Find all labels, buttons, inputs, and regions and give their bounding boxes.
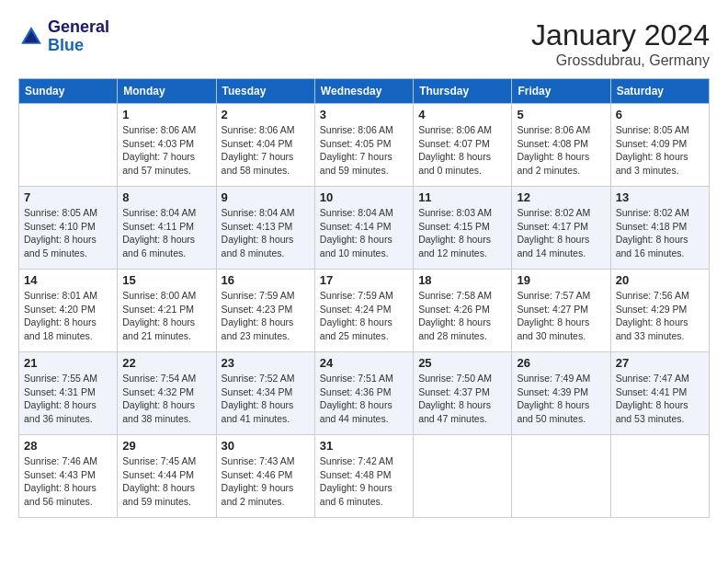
calendar-cell	[610, 435, 709, 518]
day-number: 1	[122, 108, 210, 121]
logo-general: General	[48, 18, 109, 37]
calendar-cell: 7Sunrise: 8:05 AMSunset: 4:10 PMDaylight…	[19, 187, 118, 270]
day-info: Sunrise: 7:55 AMSunset: 4:31 PMDaylight:…	[24, 372, 112, 426]
day-info: Sunrise: 7:51 AMSunset: 4:36 PMDaylight:…	[320, 372, 408, 426]
calendar-cell: 17Sunrise: 7:59 AMSunset: 4:24 PMDayligh…	[314, 270, 413, 352]
month-title: January 2024	[531, 18, 710, 52]
logo-blue: Blue	[48, 36, 84, 54]
calendar-cell: 13Sunrise: 8:02 AMSunset: 4:18 PMDayligh…	[610, 187, 709, 270]
day-number: 29	[122, 439, 210, 453]
header-cell-friday: Friday	[512, 79, 610, 104]
title-block: January 2024 Grossdubrau, Germany	[531, 18, 710, 69]
calendar-cell: 6Sunrise: 8:05 AMSunset: 4:09 PMDaylight…	[610, 104, 709, 187]
calendar-cell: 11Sunrise: 8:03 AMSunset: 4:15 PMDayligh…	[414, 187, 512, 270]
day-number: 22	[122, 356, 210, 370]
header-cell-sunday: Sunday	[19, 79, 118, 104]
calendar-cell: 5Sunrise: 8:06 AMSunset: 4:08 PMDaylight…	[512, 104, 610, 187]
day-number: 24	[320, 356, 408, 370]
calendar-week-row: 7Sunrise: 8:05 AMSunset: 4:10 PMDaylight…	[19, 187, 710, 270]
calendar-cell: 27Sunrise: 7:47 AMSunset: 4:41 PMDayligh…	[610, 352, 709, 435]
logo-icon	[18, 24, 44, 50]
calendar-cell: 18Sunrise: 7:58 AMSunset: 4:26 PMDayligh…	[414, 270, 512, 352]
calendar-body: 1Sunrise: 8:06 AMSunset: 4:03 PMDaylight…	[19, 104, 710, 518]
calendar-table: SundayMondayTuesdayWednesdayThursdayFrid…	[18, 78, 710, 518]
day-number: 23	[222, 356, 310, 370]
calendar-cell	[19, 104, 118, 187]
calendar-cell	[512, 435, 610, 518]
day-info: Sunrise: 8:02 AMSunset: 4:17 PMDaylight:…	[517, 206, 605, 260]
day-info: Sunrise: 7:45 AMSunset: 4:44 PMDaylight:…	[122, 454, 210, 509]
calendar-cell: 16Sunrise: 7:59 AMSunset: 4:23 PMDayligh…	[216, 270, 314, 352]
calendar-cell: 12Sunrise: 8:02 AMSunset: 4:17 PMDayligh…	[512, 187, 610, 270]
day-info: Sunrise: 8:04 AMSunset: 4:14 PMDaylight:…	[320, 206, 408, 260]
day-info: Sunrise: 7:56 AMSunset: 4:29 PMDaylight:…	[616, 289, 704, 343]
day-number: 26	[517, 356, 605, 370]
day-info: Sunrise: 7:49 AMSunset: 4:39 PMDaylight:…	[517, 372, 605, 426]
calendar-week-row: 14Sunrise: 8:01 AMSunset: 4:20 PMDayligh…	[19, 270, 710, 352]
day-number: 21	[24, 356, 112, 370]
day-info: Sunrise: 8:04 AMSunset: 4:13 PMDaylight:…	[222, 206, 310, 260]
location-title: Grossdubrau, Germany	[531, 52, 710, 69]
day-number: 25	[418, 356, 506, 370]
day-number: 30	[222, 439, 310, 453]
day-info: Sunrise: 8:06 AMSunset: 4:07 PMDaylight:…	[418, 123, 506, 178]
page-header: General Blue January 2024 Grossdubrau, G…	[18, 18, 710, 69]
day-info: Sunrise: 8:05 AMSunset: 4:10 PMDaylight:…	[24, 206, 112, 260]
day-number: 27	[616, 356, 704, 370]
day-info: Sunrise: 7:42 AMSunset: 4:48 PMDaylight:…	[320, 454, 408, 509]
day-number: 16	[222, 273, 310, 287]
day-number: 3	[320, 108, 408, 121]
day-number: 4	[418, 108, 506, 121]
day-info: Sunrise: 8:02 AMSunset: 4:18 PMDaylight:…	[616, 206, 704, 260]
calendar-cell: 30Sunrise: 7:43 AMSunset: 4:46 PMDayligh…	[216, 435, 314, 518]
calendar-cell: 2Sunrise: 8:06 AMSunset: 4:04 PMDaylight…	[216, 104, 314, 187]
day-info: Sunrise: 8:06 AMSunset: 4:05 PMDaylight:…	[320, 123, 408, 178]
calendar-cell: 22Sunrise: 7:54 AMSunset: 4:32 PMDayligh…	[118, 352, 216, 435]
day-info: Sunrise: 8:04 AMSunset: 4:11 PMDaylight:…	[122, 206, 210, 260]
day-number: 2	[222, 108, 310, 121]
header-cell-tuesday: Tuesday	[216, 79, 314, 104]
day-info: Sunrise: 8:05 AMSunset: 4:09 PMDaylight:…	[616, 123, 704, 178]
day-info: Sunrise: 7:46 AMSunset: 4:43 PMDaylight:…	[24, 454, 112, 509]
day-number: 19	[517, 273, 605, 287]
day-number: 6	[616, 108, 704, 121]
day-info: Sunrise: 7:54 AMSunset: 4:32 PMDaylight:…	[122, 372, 210, 426]
day-info: Sunrise: 8:00 AMSunset: 4:21 PMDaylight:…	[122, 289, 210, 343]
day-number: 15	[122, 273, 210, 287]
logo: General Blue	[18, 18, 109, 55]
header-cell-saturday: Saturday	[610, 79, 709, 104]
calendar-cell: 29Sunrise: 7:45 AMSunset: 4:44 PMDayligh…	[118, 435, 216, 518]
day-info: Sunrise: 7:58 AMSunset: 4:26 PMDaylight:…	[418, 289, 506, 343]
day-info: Sunrise: 8:06 AMSunset: 4:04 PMDaylight:…	[222, 123, 310, 178]
day-info: Sunrise: 7:59 AMSunset: 4:24 PMDaylight:…	[320, 289, 408, 343]
calendar-cell: 3Sunrise: 8:06 AMSunset: 4:05 PMDaylight…	[314, 104, 413, 187]
day-number: 5	[517, 108, 605, 121]
day-number: 11	[418, 190, 506, 204]
calendar-cell: 31Sunrise: 7:42 AMSunset: 4:48 PMDayligh…	[314, 435, 413, 518]
day-info: Sunrise: 7:50 AMSunset: 4:37 PMDaylight:…	[418, 372, 506, 426]
calendar-cell: 10Sunrise: 8:04 AMSunset: 4:14 PMDayligh…	[314, 187, 413, 270]
day-info: Sunrise: 7:59 AMSunset: 4:23 PMDaylight:…	[222, 289, 310, 343]
day-number: 20	[616, 273, 704, 287]
calendar-week-row: 28Sunrise: 7:46 AMSunset: 4:43 PMDayligh…	[19, 435, 710, 518]
calendar-cell: 15Sunrise: 8:00 AMSunset: 4:21 PMDayligh…	[118, 270, 216, 352]
calendar-cell: 9Sunrise: 8:04 AMSunset: 4:13 PMDaylight…	[216, 187, 314, 270]
header-cell-wednesday: Wednesday	[314, 79, 413, 104]
day-number: 13	[616, 190, 704, 204]
day-number: 18	[418, 273, 506, 287]
day-info: Sunrise: 7:47 AMSunset: 4:41 PMDaylight:…	[616, 372, 704, 426]
calendar-cell: 28Sunrise: 7:46 AMSunset: 4:43 PMDayligh…	[19, 435, 118, 518]
calendar-cell: 19Sunrise: 7:57 AMSunset: 4:27 PMDayligh…	[512, 270, 610, 352]
calendar-cell: 23Sunrise: 7:52 AMSunset: 4:34 PMDayligh…	[216, 352, 314, 435]
calendar-cell: 24Sunrise: 7:51 AMSunset: 4:36 PMDayligh…	[314, 352, 413, 435]
day-number: 31	[320, 439, 408, 453]
calendar-cell: 14Sunrise: 8:01 AMSunset: 4:20 PMDayligh…	[19, 270, 118, 352]
header-cell-thursday: Thursday	[414, 79, 512, 104]
day-info: Sunrise: 7:57 AMSunset: 4:27 PMDaylight:…	[517, 289, 605, 343]
calendar-cell: 1Sunrise: 8:06 AMSunset: 4:03 PMDaylight…	[118, 104, 216, 187]
day-info: Sunrise: 8:03 AMSunset: 4:15 PMDaylight:…	[418, 206, 506, 260]
day-number: 28	[24, 439, 112, 453]
day-number: 17	[320, 273, 408, 287]
calendar-cell: 21Sunrise: 7:55 AMSunset: 4:31 PMDayligh…	[19, 352, 118, 435]
day-number: 10	[320, 190, 408, 204]
